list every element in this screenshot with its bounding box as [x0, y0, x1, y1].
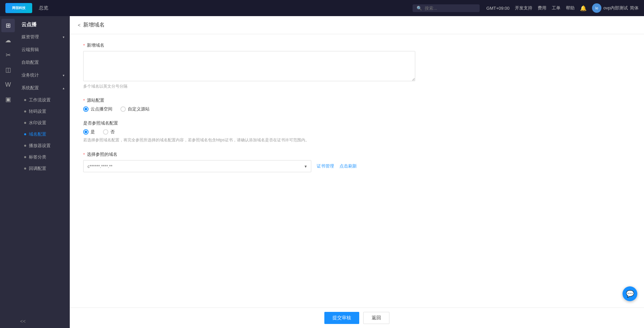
- ref-radio-yes-icon: [83, 129, 89, 135]
- select-domain-label: * 选择参照的域名: [83, 151, 419, 157]
- collapse-icon: <<: [20, 319, 25, 324]
- ref-form-item: 是否参照域名配置 是 否 若选择参照域名配置，将完全参照所选择的域名配置内容，若…: [83, 120, 419, 143]
- ref-notice: 若选择参照域名配置，将完全参照所选择的域名配置内容，若参照域名包含https证书…: [83, 137, 419, 143]
- dot-icon: [24, 99, 26, 101]
- page-body: * 新增域名 多个域名以英文分号分隔 * 源站配置 云点播: [70, 34, 644, 308]
- sidebar-sub-player[interactable]: 播放器设置: [16, 140, 70, 151]
- bell-icon[interactable]: 🔔: [580, 5, 587, 11]
- sidebar-sub-workflow-label: 工作流设置: [29, 97, 51, 103]
- sidebar-sub-watermark-label: 水印设置: [29, 120, 46, 126]
- sidebar-item-cloud-edit-label: 云端剪辑: [21, 47, 39, 53]
- back-button[interactable]: 返回: [363, 312, 389, 324]
- sidebar-sub-workflow[interactable]: 工作流设置: [16, 94, 70, 106]
- refresh-link[interactable]: 点击刷新: [339, 163, 357, 169]
- dot-icon4: [24, 133, 26, 135]
- sidebar-sub-domain-label: 域名配置: [29, 131, 46, 137]
- ref-label: 是否参照域名配置: [83, 120, 419, 126]
- overview-link[interactable]: 总览: [39, 5, 48, 11]
- required-star: *: [83, 43, 85, 48]
- sidebar-item-cloud-edit[interactable]: 云端剪辑: [16, 43, 70, 56]
- top-nav: 网宿科技 总览 🔍 GMT+09:00 开发支持 费用 工单 帮助 🔔 Ie o…: [0, 0, 644, 16]
- required-star2: *: [83, 98, 85, 103]
- dot-icon7: [24, 168, 26, 170]
- main-layout: ⊞ ☁ ✂ ◫ W ▣ 云点播 媒资管理 ▾ 云端剪辑 自助配置 业务统计 ▾ …: [0, 16, 644, 328]
- timezone: GMT+09:00: [486, 6, 509, 11]
- search-bar: 🔍: [413, 4, 480, 12]
- origin-custom-label: 自定义源站: [128, 106, 150, 112]
- dot-icon3: [24, 122, 26, 124]
- sidebar-item-system-config-label: 系统配置: [21, 85, 39, 91]
- ticket-link[interactable]: 工单: [552, 5, 560, 11]
- ref-option-yes[interactable]: 是: [83, 129, 95, 135]
- origin-option-custom[interactable]: 自定义源站: [120, 106, 150, 112]
- logo: 网宿科技: [5, 3, 32, 13]
- sidebar-item-media[interactable]: 媒资管理 ▾: [16, 31, 70, 43]
- sidebar-title: 云点播: [16, 16, 70, 31]
- icon-bar: ⊞ ☁ ✂ ◫ W ▣: [0, 16, 16, 328]
- sidebar-sub-transcode[interactable]: 转码设置: [16, 106, 70, 117]
- chat-icon: 💬: [626, 290, 634, 298]
- origin-form-item: * 源站配置 云点播空间 自定义源站: [83, 97, 419, 112]
- back-arrow[interactable]: <: [78, 22, 80, 28]
- select-domain-form-item: * 选择参照的域名 c******.****.** ▾ 证书管理 点击刷新: [83, 151, 419, 172]
- chevron-down-icon: ▾: [63, 35, 64, 39]
- search-input[interactable]: [425, 6, 476, 11]
- icon-bar-cloud-edit[interactable]: ✂: [1, 48, 15, 62]
- dot-icon2: [24, 110, 26, 112]
- avatar-area[interactable]: Ie ovp内部测试 简体: [592, 3, 639, 13]
- cert-mgmt-link[interactable]: 证书管理: [317, 163, 334, 169]
- sidebar-sub-tags[interactable]: 标签分类: [16, 151, 70, 163]
- sidebar-collapse-btn[interactable]: <<: [16, 315, 70, 328]
- sidebar-sub-transcode-label: 转码设置: [29, 108, 46, 114]
- sidebar-item-self-config[interactable]: 自助配置: [16, 56, 70, 69]
- required-star3: *: [83, 152, 85, 157]
- domain-textarea[interactable]: [83, 51, 415, 81]
- chevron-down-icon2: ▾: [63, 74, 64, 77]
- sidebar-sub-domain[interactable]: 域名配置: [16, 129, 70, 140]
- sidebar-sub-player-label: 播放器设置: [29, 143, 51, 149]
- ref-radio-group: 是 否: [83, 129, 419, 135]
- domain-label: * 新增域名: [83, 42, 419, 48]
- sidebar: 云点播 媒资管理 ▾ 云端剪辑 自助配置 业务统计 ▾ 系统配置 ▴ 工作流设置…: [16, 16, 70, 328]
- dot-icon5: [24, 145, 26, 147]
- logo-text: 网宿科技: [12, 6, 25, 10]
- username: ovp内部测试: [603, 5, 628, 11]
- domain-form-item: * 新增域名 多个域名以英文分号分隔: [83, 42, 419, 89]
- sidebar-item-media-label: 媒资管理: [21, 34, 39, 40]
- sidebar-item-system-config[interactable]: 系统配置 ▴: [16, 82, 70, 94]
- ref-no-label: 否: [110, 129, 115, 135]
- page-title: 新增域名: [83, 21, 105, 29]
- help-link[interactable]: 帮助: [566, 5, 575, 11]
- form-section: * 新增域名 多个域名以英文分号分隔 * 源站配置 云点播: [83, 42, 419, 172]
- ref-yes-label: 是: [91, 129, 95, 135]
- cost-link[interactable]: 费用: [538, 5, 546, 11]
- submit-button[interactable]: 提交审核: [324, 312, 359, 324]
- chevron-up-icon: ▴: [63, 86, 64, 90]
- origin-radio-group: 云点播空间 自定义源站: [83, 106, 419, 112]
- icon-bar-monitor[interactable]: ▣: [1, 93, 15, 106]
- dot-icon6: [24, 156, 26, 158]
- page-footer: 提交审核 返回: [70, 308, 644, 328]
- sidebar-item-business-stats[interactable]: 业务统计 ▾: [16, 69, 70, 82]
- page-header: < 新增域名: [70, 16, 644, 34]
- dev-support-link[interactable]: 开发支持: [515, 5, 532, 11]
- search-icon: 🔍: [417, 6, 422, 11]
- sidebar-sub-callback[interactable]: 回调配置: [16, 163, 70, 174]
- sidebar-sub-watermark[interactable]: 水印设置: [16, 117, 70, 129]
- sidebar-item-business-stats-label: 业务统计: [21, 72, 39, 78]
- icon-bar-settings[interactable]: ◫: [1, 63, 15, 77]
- origin-label-text: 源站配置: [87, 97, 104, 103]
- origin-option-vod[interactable]: 云点播空间: [83, 106, 112, 112]
- domain-select[interactable]: c******.****.** ▾: [83, 160, 311, 172]
- ref-radio-no-icon: [103, 129, 108, 135]
- icon-bar-cloud-upload[interactable]: ☁: [1, 34, 15, 47]
- lang-switch[interactable]: 简体: [630, 5, 639, 11]
- top-nav-right: GMT+09:00 开发支持 费用 工单 帮助 🔔 Ie ovp内部测试 简体: [486, 3, 639, 13]
- icon-bar-w[interactable]: W: [1, 78, 15, 91]
- origin-vod-label: 云点播空间: [91, 106, 112, 112]
- icon-bar-grid[interactable]: ⊞: [1, 19, 15, 32]
- chat-float-button[interactable]: 💬: [623, 286, 637, 301]
- ref-label-text: 是否参照域名配置: [83, 120, 118, 126]
- domain-hint: 多个域名以英文分号分隔: [83, 84, 419, 89]
- ref-option-no[interactable]: 否: [103, 129, 115, 135]
